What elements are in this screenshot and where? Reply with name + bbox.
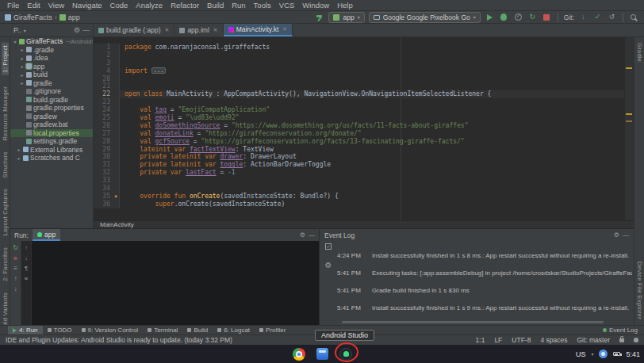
project-panel-title[interactable]: P.. <box>13 26 21 34</box>
code-text[interactable] <box>120 59 624 67</box>
git-rollback-button[interactable]: ↺ <box>607 12 617 22</box>
code-text[interactable]: private var lastFact = -1 <box>120 169 624 177</box>
device-dropdown[interactable]: Google Google Pixelbook Go ▾ <box>369 12 481 23</box>
gutter-line-4[interactable]: 4 <box>94 67 113 75</box>
code-text[interactable]: super.onCreate(savedInstanceState) <box>120 201 624 208</box>
menu-vcs[interactable]: VCS <box>275 1 299 10</box>
settings-gear-icon[interactable]: ⚙ <box>74 25 80 36</box>
tree-item-gitignore[interactable]: .gitignore <box>10 87 93 96</box>
tool-window-tab-terminal[interactable]: Terminal <box>143 326 182 334</box>
tool-strip-structure[interactable]: Structure <box>2 151 9 178</box>
chrome-icon[interactable] <box>293 348 305 361</box>
run-config-dropdown[interactable]: app ▾ <box>328 12 364 23</box>
override-gutter-icon[interactable]: ● <box>113 193 120 201</box>
gutter-line-31[interactable]: 31 <box>94 161 113 169</box>
tool-window-tab-todo[interactable]: TODO <box>43 326 77 334</box>
checkbox-icon[interactable]: ✓ <box>325 243 332 250</box>
gutter-line-3[interactable]: 3 <box>94 59 113 67</box>
code-lines[interactable]: 1package com.naranjaconsal.giraffefacts2… <box>94 44 624 208</box>
code-text[interactable] <box>120 185 624 193</box>
menu-help[interactable]: Help <box>333 1 357 10</box>
menu-run[interactable]: Run <box>228 1 249 10</box>
close-icon[interactable]: ✕ <box>165 27 170 33</box>
files-icon[interactable] <box>316 348 328 360</box>
close-icon[interactable]: ✕ <box>282 26 287 32</box>
code-text[interactable]: val gcfSource = "https://giraffeconserva… <box>120 138 624 146</box>
code-editor[interactable]: 1package com.naranjaconsal.giraffefacts2… <box>94 37 634 220</box>
profile-button[interactable] <box>513 12 523 22</box>
gutter-line-34[interactable]: 34 <box>94 185 113 193</box>
breadcrumb-module[interactable]: app <box>68 13 80 21</box>
code-text[interactable]: override fun onCreate(savedInstanceState… <box>120 193 624 201</box>
menu-analyze[interactable]: Analyze <box>132 1 167 10</box>
keyboard-layout[interactable]: US <box>576 350 586 358</box>
code-text[interactable] <box>120 52 624 59</box>
git-update-button[interactable]: ↓ <box>578 12 588 22</box>
gutter-line-23[interactable]: 23 <box>94 98 113 106</box>
menu-file[interactable]: File <box>3 1 23 10</box>
gutter-line-30[interactable]: 30 <box>94 153 113 161</box>
editor-tab-app-iml[interactable]: app.iml✕ <box>174 24 223 36</box>
warning-mark[interactable] <box>626 67 632 69</box>
gutter-line-22[interactable]: 22 <box>94 90 113 98</box>
menu-build[interactable]: Build <box>203 1 228 10</box>
run-button[interactable] <box>485 12 495 22</box>
soft-wrap-icon[interactable]: ¶ <box>25 265 28 272</box>
caret-position[interactable]: 1:1 <box>476 336 485 344</box>
code-text[interactable] <box>120 82 624 90</box>
search-everywhere-button[interactable] <box>629 12 639 22</box>
rerun-icon[interactable]: ↻ <box>13 244 18 251</box>
close-icon[interactable]: ✕ <box>213 27 218 33</box>
menu-window[interactable]: Window <box>298 1 333 10</box>
status-message[interactable]: IDE and Plugin Updates: Android Studio i… <box>6 336 476 344</box>
lock-icon[interactable] <box>619 338 624 342</box>
tool-strip-device-file-explorer[interactable]: Device File Explorer <box>636 262 643 319</box>
scroll-up-icon[interactable]: ↑ <box>25 244 28 251</box>
tool-window-tab-event-log[interactable]: Event Log <box>598 326 644 334</box>
menu-tools[interactable]: Tools <box>250 1 275 10</box>
stop-icon[interactable]: ■ <box>13 254 17 262</box>
menu-code[interactable]: Code <box>106 1 132 10</box>
editor-tab-build-gradle-app[interactable]: build.gradle (:app)✕ <box>94 24 174 36</box>
indent-setting[interactable]: 4 spaces <box>540 336 567 344</box>
warning-mark[interactable] <box>626 120 632 122</box>
tree-item-local-properties[interactable]: local.properties <box>10 129 93 138</box>
gutter-line-27[interactable]: 27 <box>94 130 113 138</box>
git-commit-button[interactable]: ✓ <box>592 12 603 22</box>
horizontal-scrollbar[interactable] <box>342 321 604 323</box>
notifications-bell-icon[interactable] <box>634 338 638 342</box>
tool-window-tab-profiler[interactable]: Profiler <box>255 326 290 334</box>
menu-refactor[interactable]: Refactor <box>167 1 203 10</box>
tool-window-tab-4-run[interactable]: 4: Run <box>8 326 43 334</box>
tool-strip-2-favorites[interactable]: 2: Favorites <box>2 247 9 281</box>
line-separator[interactable]: LF <box>494 336 502 344</box>
breadcrumb-class[interactable]: MainActivity <box>100 221 134 228</box>
warning-mark[interactable] <box>626 113 632 115</box>
code-text[interactable]: val donateLink = "https://giraffeconserv… <box>120 130 624 138</box>
gutter-line-2[interactable]: 2 <box>94 52 113 59</box>
gutter-line-33[interactable]: 33 <box>94 177 113 185</box>
editor-tab-mainactivity-kt[interactable]: MainActivity.kt✕ <box>224 24 293 36</box>
tree-item-gradle[interactable]: ▸gradle <box>10 79 93 88</box>
tool-strip-gradle[interactable]: Gradle <box>636 43 643 62</box>
code-text[interactable]: private lateinit var toggle: ActionBarDr… <box>120 161 624 169</box>
tray-badge-icon[interactable] <box>599 350 608 358</box>
gutter-line-24[interactable]: 24 <box>94 106 113 114</box>
tree-item-build[interactable]: ▸build <box>10 71 93 79</box>
tool-strip-resource-manager[interactable]: Resource Manager <box>2 86 9 141</box>
down-stack-icon[interactable]: ↓ <box>14 285 17 292</box>
menu-edit[interactable]: Edit <box>23 1 44 10</box>
tool-window-tab-9-version-control[interactable]: 9: Version Control <box>77 326 144 334</box>
tool-window-tab-build[interactable]: Build <box>182 326 213 334</box>
gutter-line-1[interactable]: 1 <box>94 44 113 52</box>
gutter-line-29[interactable]: 29 <box>94 146 113 154</box>
up-stack-icon[interactable]: ↑ <box>14 275 17 282</box>
code-text[interactable]: package com.naranjaconsal.giraffefacts <box>120 44 624 52</box>
clear-console-icon[interactable]: ≡ <box>25 275 28 282</box>
code-text[interactable] <box>120 177 624 185</box>
gutter-line-20[interactable]: 20 <box>94 75 113 83</box>
hide-panel-icon[interactable]: ― <box>623 231 629 239</box>
settings-gear-icon[interactable]: ⚙ <box>614 231 619 239</box>
breadcrumb-project[interactable]: GiraffeFacts <box>13 13 52 21</box>
file-encoding[interactable]: UTF-8 <box>512 336 531 344</box>
